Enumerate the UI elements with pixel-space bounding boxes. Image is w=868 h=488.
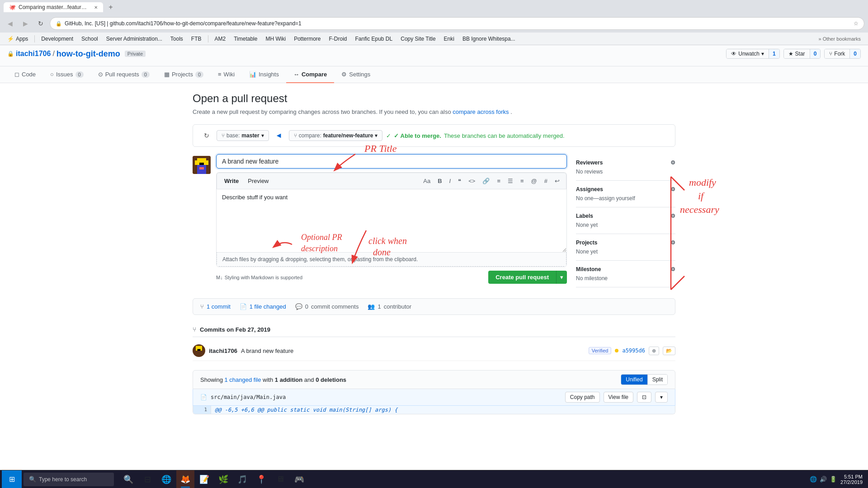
code-button[interactable]: <> (466, 177, 478, 185)
commit-message[interactable]: A brand new feature (241, 347, 589, 354)
browser-tab[interactable]: 🐙 Comparing master...feature/new... ✕ (4, 2, 103, 12)
display-mode-button[interactable]: ⊡ (637, 392, 651, 403)
bookmark-school[interactable]: School (78, 35, 102, 43)
tab-issues[interactable]: ○ Issues 0 (43, 66, 91, 83)
changed-file-link[interactable]: 1 changed file (225, 376, 261, 383)
compare-across-forks-link[interactable]: compare across forks (453, 108, 509, 115)
bookmark-server-admin[interactable]: Server Administration... (103, 35, 166, 43)
tab-compare[interactable]: ↔ Compare (286, 66, 334, 83)
taskbar-app-ie[interactable]: 🌐 (157, 470, 175, 488)
network-icon[interactable]: 🌐 (810, 476, 817, 483)
base-branch-btn[interactable]: ⑂ base: master ▾ (217, 130, 269, 141)
bookmark-fdroid[interactable]: F-Droid (325, 35, 350, 43)
copy-hash-button[interactable]: ⊕ (649, 347, 659, 355)
tab-pull-requests[interactable]: ⊙ Pull requests 0 (91, 66, 157, 83)
taskbar-app-game[interactable]: 🎮 (290, 470, 308, 488)
tab-code[interactable]: ◻ Code (7, 66, 43, 83)
pr-title-input[interactable] (216, 154, 567, 169)
mention-button[interactable]: @ (528, 177, 540, 185)
labels-gear-icon[interactable]: ⚙ (670, 213, 675, 219)
copy-path-button[interactable]: Copy path (565, 392, 600, 403)
bookmark-development[interactable]: Development (38, 35, 77, 43)
task-list-button[interactable]: ≡ (518, 177, 527, 185)
tab-wiki[interactable]: ≡ Wiki (211, 66, 242, 83)
volume-icon[interactable]: 🔊 (820, 476, 827, 483)
pr-description-textarea[interactable]: Describe stuff if you want (217, 189, 566, 252)
bookmark-timetable[interactable]: Timetable (230, 35, 261, 43)
tab-close[interactable]: ✕ (94, 5, 98, 10)
unwatch-button[interactable]: 👁 Unwatch ▾ (726, 49, 769, 58)
new-tab-button[interactable]: + (105, 1, 117, 13)
start-button[interactable]: ⊞ (2, 470, 22, 488)
split-view-button[interactable]: Split (648, 375, 667, 385)
link-button[interactable]: 🔗 (480, 177, 492, 185)
projects-gear-icon[interactable]: ⚙ (670, 239, 675, 246)
bookmark-enki[interactable]: Enki (440, 35, 458, 43)
browse-files-button[interactable]: 📂 (663, 347, 675, 355)
bookmark-am2[interactable]: AM2 (211, 35, 230, 43)
taskbar-app-git[interactable]: 🌿 (214, 470, 232, 488)
files-count-link[interactable]: 1 file changed (250, 303, 286, 310)
tab-settings[interactable]: ⚙ Settings (334, 66, 377, 83)
refresh-branches-button[interactable]: ↻ (200, 129, 213, 142)
svg-text:necessary: necessary (680, 204, 719, 215)
contributors-count-stat: 👥 1 contributor (368, 303, 411, 310)
address-star-icon[interactable]: ☆ (854, 20, 859, 27)
bookmark-more[interactable]: » Other bookmarks (815, 35, 864, 42)
create-pr-dropdown-button[interactable]: ▾ (556, 271, 567, 284)
fork-button[interactable]: ⑂ Fork (825, 49, 849, 58)
bookmark-pottermore[interactable]: Pottermore (290, 35, 324, 43)
view-file-button[interactable]: View file (604, 392, 633, 403)
taskbar-app-firefox[interactable]: 🦊 (176, 470, 194, 488)
heading-button[interactable]: Aa (420, 177, 433, 185)
taskbar-app-cortana[interactable]: 🔍 (119, 470, 137, 488)
nav-back-button[interactable]: ◀ (4, 17, 16, 30)
compare-branch-btn[interactable]: ⑂ compare: feature/new-feature ▾ (289, 130, 383, 141)
quote-button[interactable]: ❝ (455, 177, 464, 185)
ordered-list-button[interactable]: ☰ (505, 177, 516, 185)
repo-name-link[interactable]: how-to-git-demo (57, 49, 120, 59)
tab-projects[interactable]: ▦ Projects 0 (157, 66, 211, 83)
reviewers-gear-icon[interactable]: ⚙ (670, 160, 675, 166)
taskbar-app-music[interactable]: 🎵 (233, 470, 251, 488)
address-bar[interactable]: 🔒 GitHub, Inc. [US] | github.com/itachi1… (50, 17, 864, 30)
preview-tab[interactable]: Preview (244, 176, 272, 186)
labels-value: None yet (576, 222, 675, 228)
commit-hash-link[interactable]: a5995d6 (622, 347, 645, 354)
bullet-list-button[interactable]: ≡ (494, 177, 503, 185)
reply-button[interactable]: ↩ (552, 177, 562, 185)
file-drop-area[interactable]: Attach files by dragging & dropping, sel… (217, 252, 566, 267)
assignees-gear-icon[interactable]: ⚙ (670, 186, 675, 192)
repo-owner-link[interactable]: itachi1706 (16, 50, 51, 58)
bookmark-fanfic[interactable]: Fanfic Epub DL (352, 35, 396, 43)
search-button[interactable]: 🔍 Type here to search (24, 473, 114, 486)
commits-count-link[interactable]: 1 commit (207, 303, 231, 310)
bookmark-mh-wiki[interactable]: MH Wiki (262, 35, 289, 43)
taskbar-app-taskview[interactable]: ⊟ (138, 470, 156, 488)
reference-button[interactable]: # (542, 177, 550, 185)
branch-swap-button[interactable]: ◄ (273, 129, 285, 142)
italic-button[interactable]: I (447, 177, 454, 185)
tab-insights[interactable]: 📊 Insights (242, 66, 286, 83)
star-button[interactable]: ★ Star (784, 49, 810, 58)
create-pr-button[interactable]: Create pull request (488, 271, 556, 284)
unified-view-button[interactable]: Unified (621, 375, 647, 385)
bookmark-bb-ignore[interactable]: BB Ignore Whitespa... (459, 35, 519, 43)
bookmark-copy-site-title[interactable]: Copy Site Title (397, 35, 439, 43)
taskbar-app-maps[interactable]: 📍 (252, 470, 270, 488)
nav-reload-button[interactable]: ↻ (34, 17, 47, 30)
bookmark-ftb[interactable]: FTB (188, 35, 205, 43)
taskbar-app-system[interactable]: 🖥 (271, 470, 289, 488)
commit-author[interactable]: itachi1706 (209, 347, 237, 354)
write-tab[interactable]: Write (221, 176, 242, 186)
milestone-gear-icon[interactable]: ⚙ (670, 266, 675, 272)
bookmark-apps[interactable]: ⚡ Apps (4, 35, 32, 43)
diff-options-button[interactable]: ▾ (655, 392, 668, 403)
diff-file-header: 📄 src/main/java/Main.java Copy path View… (193, 389, 675, 406)
bold-button[interactable]: B (435, 177, 444, 185)
battery-icon[interactable]: 🔋 (830, 476, 837, 483)
taskbar-app-notepad[interactable]: 📝 (195, 470, 213, 488)
nav-forward-button[interactable]: ▶ (19, 17, 32, 30)
bookmark-tools[interactable]: Tools (167, 35, 187, 43)
taskbar-clock[interactable]: 5:51 PM 27/2/2019 (840, 474, 863, 485)
